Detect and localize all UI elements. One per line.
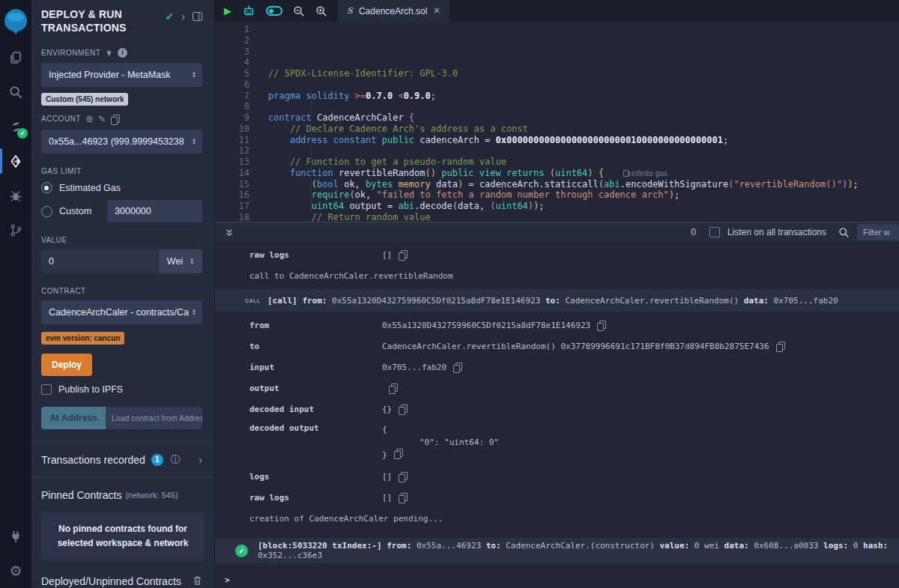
sign-message-icon[interactable]: ✎ [98, 114, 106, 124]
at-address-button[interactable]: At Address [41, 407, 106, 429]
custom-gas-label: Custom [59, 206, 91, 216]
copy-icon[interactable] [399, 404, 407, 413]
tab-bar: ▶ S CadenceArch.sol ✕ [215, 0, 899, 22]
line-number: 6 [215, 79, 249, 91]
custom-gas-input[interactable]: 3000000 [107, 200, 202, 222]
zoom-out-icon[interactable] [293, 5, 305, 17]
copy-icon[interactable] [597, 321, 605, 330]
copilot-toggle-icon[interactable] [266, 6, 282, 16]
line-number: 7 [215, 91, 249, 102]
code-token: ( [452, 201, 458, 211]
publish-ipfs-option[interactable]: Publish to IPFS [41, 384, 202, 395]
pin-panel-icon[interactable] [193, 12, 202, 21]
code-token: ( [550, 168, 555, 178]
custom-gas-option[interactable]: Custom 3000000 [41, 200, 202, 222]
terminal-prompt[interactable]: > [215, 575, 899, 585]
remix-logo-icon[interactable] [0, 0, 31, 40]
clear-deployed-icon[interactable] [193, 575, 202, 588]
estimated-gas-option[interactable]: Estimated Gas [41, 182, 202, 193]
contract-select[interactable]: CadenceArchCaler - contracts/Cac ▲▼ [41, 300, 202, 324]
terminal-block-row[interactable]: ✓[block:5033220 txIndex:-] from: 0x55a..… [215, 538, 899, 563]
code-token: uint64 [496, 201, 528, 211]
code-token: .decode [414, 201, 452, 211]
settings-icon[interactable]: ⚙ [0, 554, 31, 588]
terminal-value-text: [] [382, 250, 392, 260]
search-icon[interactable] [0, 75, 31, 109]
code-token: 0x00000000000000000000000100000000000000… [495, 135, 722, 145]
terminal-value: [] [382, 493, 407, 503]
code-token: // Declare Cadence Arch's address as a c… [268, 124, 528, 134]
code-token: output = [344, 201, 398, 211]
terminal-search-icon[interactable] [838, 227, 850, 238]
code-content[interactable]: // SPDX-License-Identifier: GPL-3.0pragm… [261, 22, 899, 222]
copy-icon[interactable] [394, 449, 402, 458]
file-explorer-icon[interactable] [0, 40, 31, 75]
copy-icon[interactable] [453, 363, 461, 372]
panel-forward-icon[interactable]: › [181, 10, 185, 22]
code-token: ( [349, 190, 354, 200]
checkbox-icon[interactable] [41, 384, 52, 395]
terminal-value-text: [] [382, 493, 392, 503]
toggle-pill [266, 6, 282, 16]
listen-checkbox[interactable] [709, 227, 720, 237]
add-account-icon[interactable]: ⊕ [85, 113, 94, 124]
terminal-collapse-icon[interactable] [225, 228, 234, 237]
fuel-icon [623, 170, 629, 177]
success-check-icon: ✓ [235, 545, 248, 557]
value-unit-select[interactable]: Wei ▲▼ [159, 249, 202, 273]
run-script-icon[interactable]: ▶ [224, 5, 231, 16]
plug-mini-icon[interactable] [105, 49, 113, 57]
transactions-recorded-row[interactable]: Transactions recorded 1 ⓘ › [31, 442, 214, 477]
plugin-manager-icon[interactable] [0, 519, 31, 554]
gas-estimate-annotation: infinite gas [623, 169, 668, 178]
copy-icon[interactable] [776, 342, 784, 351]
panel-check-icon: ✓ [166, 10, 175, 22]
pending-tx-count: 0 [691, 227, 696, 237]
code-token: ( [312, 179, 317, 190]
transactions-expand-icon[interactable]: › [199, 454, 202, 466]
environment-info-icon[interactable]: i [118, 48, 127, 58]
environment-select[interactable]: Injected Provider - MetaMask ▲▼ [41, 63, 202, 87]
code-token: public [382, 135, 414, 145]
code-token [268, 190, 312, 200]
pinned-empty-message: No pinned contracts found for selected w… [41, 512, 205, 560]
copy-account-icon[interactable] [111, 115, 119, 124]
copy-icon[interactable] [389, 384, 397, 392]
terminal-text: 0x352...c36e3 [258, 551, 322, 560]
radio-unselected-icon[interactable] [41, 206, 52, 217]
estimated-gas-label: Estimated Gas [59, 183, 121, 193]
code-token: () [426, 168, 436, 178]
code-token: >= [355, 91, 366, 101]
radio-selected-icon[interactable] [41, 182, 52, 193]
icon-bar: ✓ ⚙ [0, 0, 31, 588]
terminal-kv-row: toCadenceArchCaler.revertibleRandom() 0x… [215, 336, 899, 357]
account-select[interactable]: 0x55a...46923 (999.9999453238 ▲▼ [41, 130, 202, 154]
debugger-icon[interactable] [0, 178, 31, 213]
terminal-call-row[interactable]: CALL[call] from: 0x55a1320D432759960C5Df… [215, 289, 899, 312]
zoom-in-icon[interactable] [315, 5, 327, 17]
tab-close-icon[interactable]: ✕ [433, 6, 440, 16]
terminal-kv-row: output [215, 378, 899, 398]
git-icon[interactable] [0, 213, 31, 247]
deploy-and-run-icon[interactable] [0, 144, 31, 178]
code-token: memory [398, 179, 430, 190]
tab-cadencearch-sol[interactable]: S CadenceArch.sol ✕ [338, 0, 450, 22]
copy-icon[interactable] [399, 472, 407, 481]
indent-guide [311, 91, 312, 213]
code-line: (bool ok, bytes memory data) = cadenceAr… [268, 179, 899, 190]
copy-icon[interactable] [399, 250, 407, 259]
terminal-kv-row: input0x705...fab20 [215, 357, 899, 378]
code-token: < [398, 91, 403, 101]
copy-icon[interactable] [399, 493, 407, 502]
terminal-filter-input[interactable] [857, 224, 899, 240]
code-editor[interactable]: 123456789101112131415161718 // SPDX-Lice… [215, 22, 899, 222]
at-address-input[interactable]: Load contract from Addres [106, 407, 202, 429]
transactions-info-icon[interactable]: ⓘ [171, 453, 181, 467]
deploy-button[interactable]: Deploy [41, 354, 92, 376]
code-token: ) [587, 168, 593, 178]
terminal-text: 0x55a...46923 [411, 541, 485, 551]
code-token [268, 168, 290, 178]
ai-assistant-icon[interactable] [242, 5, 255, 17]
solidity-compiler-icon[interactable]: ✓ [0, 109, 31, 144]
value-input[interactable]: 0 [41, 249, 159, 273]
